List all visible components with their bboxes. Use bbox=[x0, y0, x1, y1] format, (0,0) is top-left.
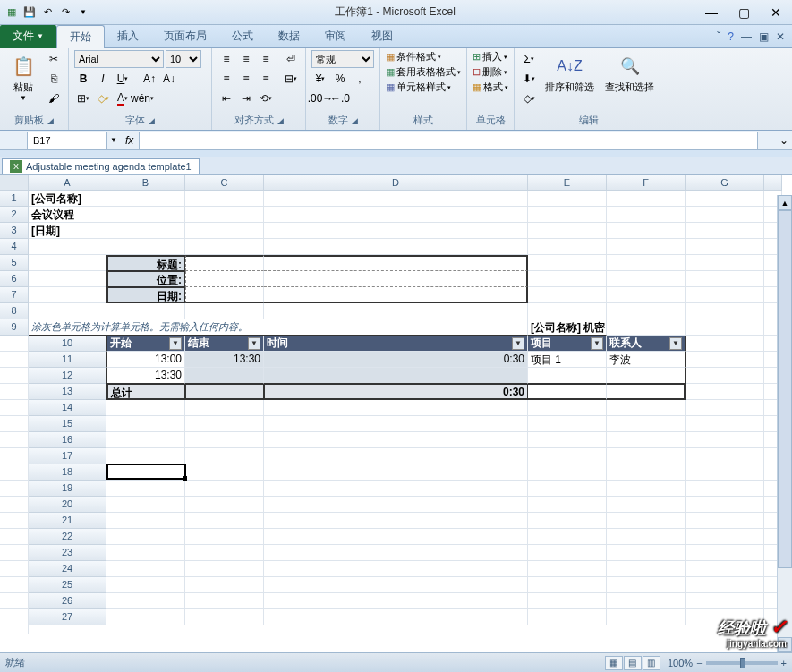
row-header[interactable]: 24 bbox=[29, 561, 106, 577]
cell[interactable] bbox=[264, 545, 528, 561]
shrink-font-button[interactable]: A↓ bbox=[160, 70, 178, 88]
cell[interactable] bbox=[264, 432, 528, 448]
cell[interactable] bbox=[264, 448, 528, 464]
cell[interactable] bbox=[0, 497, 29, 513]
cell[interactable] bbox=[686, 561, 764, 577]
expand-formula-icon[interactable]: ⌄ bbox=[776, 134, 792, 147]
cell[interactable] bbox=[106, 464, 185, 481]
cell[interactable] bbox=[528, 416, 607, 432]
cell[interactable] bbox=[185, 255, 264, 271]
cell[interactable] bbox=[106, 497, 185, 513]
font-name-select[interactable]: Arial bbox=[74, 50, 164, 68]
align-bottom-button[interactable]: ≡ bbox=[257, 50, 275, 68]
cell[interactable]: [公司名称] bbox=[29, 191, 106, 207]
row-header[interactable]: 6 bbox=[0, 271, 29, 287]
cell[interactable] bbox=[0, 625, 29, 634]
cell[interactable] bbox=[264, 255, 528, 271]
cell[interactable] bbox=[264, 577, 528, 593]
layout-tab[interactable]: 页面布局 bbox=[151, 25, 219, 47]
cell[interactable] bbox=[185, 416, 264, 432]
cell[interactable] bbox=[185, 464, 264, 481]
cell[interactable] bbox=[0, 545, 29, 561]
cell[interactable] bbox=[185, 481, 264, 497]
help-icon[interactable]: ? bbox=[728, 30, 734, 43]
cell[interactable] bbox=[106, 561, 185, 577]
cell[interactable] bbox=[528, 287, 607, 303]
fill-button[interactable]: ⬇▾ bbox=[520, 70, 538, 88]
cell[interactable] bbox=[185, 271, 264, 287]
cell[interactable] bbox=[528, 464, 607, 481]
border-button[interactable]: ⊞▾ bbox=[74, 89, 92, 107]
row-header[interactable]: 15 bbox=[29, 416, 106, 432]
cell[interactable] bbox=[528, 545, 607, 561]
find-select-button[interactable]: 🔍 查找和选择 bbox=[601, 50, 658, 96]
cell[interactable] bbox=[607, 191, 686, 207]
view-tab[interactable]: 视图 bbox=[359, 25, 405, 47]
cell[interactable] bbox=[106, 207, 185, 223]
cell[interactable] bbox=[106, 545, 185, 561]
cell[interactable] bbox=[0, 609, 29, 625]
col-header[interactable]: C bbox=[185, 175, 264, 191]
cell[interactable] bbox=[106, 223, 185, 239]
row-header[interactable]: 14 bbox=[29, 400, 106, 416]
cell[interactable] bbox=[686, 223, 764, 239]
row-header[interactable]: 18 bbox=[29, 464, 106, 481]
zoom-level[interactable]: 100% bbox=[668, 658, 693, 668]
align-top-button[interactable]: ≡ bbox=[217, 50, 235, 68]
cell[interactable] bbox=[264, 481, 528, 497]
cell[interactable] bbox=[686, 255, 764, 271]
phonetic-button[interactable]: wén▾ bbox=[133, 89, 151, 107]
namebox-dropdown-icon[interactable]: ▼ bbox=[107, 136, 120, 144]
delete-cells-button[interactable]: ⊟ 删除 ▾ bbox=[473, 65, 507, 79]
filter-icon[interactable]: ▼ bbox=[169, 337, 182, 350]
cell[interactable] bbox=[106, 513, 185, 529]
cell[interactable] bbox=[607, 416, 686, 432]
format-painter-icon[interactable]: 🖌 bbox=[45, 89, 63, 107]
cell[interactable] bbox=[607, 223, 686, 239]
cell[interactable] bbox=[106, 303, 185, 319]
data-tab[interactable]: 数据 bbox=[266, 25, 312, 47]
cell[interactable]: 联系人▼ bbox=[607, 336, 686, 352]
cell[interactable] bbox=[686, 416, 764, 432]
cell[interactable] bbox=[185, 239, 264, 255]
row-header[interactable]: 22 bbox=[29, 529, 106, 545]
cell[interactable] bbox=[185, 529, 264, 545]
cell[interactable] bbox=[686, 271, 764, 287]
orientation-button[interactable]: ⟲▾ bbox=[257, 89, 275, 107]
cell[interactable] bbox=[106, 577, 185, 593]
cell[interactable] bbox=[185, 561, 264, 577]
cell[interactable] bbox=[528, 400, 607, 416]
cell[interactable] bbox=[686, 400, 764, 416]
cell[interactable] bbox=[264, 239, 528, 255]
cell[interactable] bbox=[0, 352, 29, 368]
cell[interactable] bbox=[185, 303, 264, 319]
zoom-out-button[interactable]: − bbox=[696, 658, 702, 668]
cell[interactable] bbox=[264, 593, 528, 609]
cell[interactable] bbox=[0, 448, 29, 464]
cell[interactable] bbox=[264, 497, 528, 513]
cell[interactable] bbox=[686, 545, 764, 561]
row-header[interactable]: 11 bbox=[29, 352, 106, 368]
row-header[interactable]: 1 bbox=[0, 191, 29, 207]
cell[interactable] bbox=[607, 529, 686, 545]
row-header[interactable]: 17 bbox=[29, 448, 106, 464]
cell[interactable] bbox=[106, 609, 185, 625]
cell[interactable] bbox=[0, 593, 29, 609]
cell[interactable] bbox=[607, 448, 686, 464]
cell[interactable]: 结束▼ bbox=[185, 336, 264, 352]
cell[interactable] bbox=[607, 287, 686, 303]
file-tab[interactable]: 文件 ▼ bbox=[0, 25, 56, 48]
cell[interactable] bbox=[0, 416, 29, 432]
cell[interactable] bbox=[0, 481, 29, 497]
cell[interactable] bbox=[686, 448, 764, 464]
cell[interactable] bbox=[528, 481, 607, 497]
page-layout-view-button[interactable]: ▤ bbox=[624, 656, 642, 670]
cell[interactable] bbox=[686, 191, 764, 207]
cell[interactable] bbox=[0, 513, 29, 529]
cell[interactable] bbox=[106, 448, 185, 464]
cell[interactable]: 项目▼ bbox=[528, 336, 607, 352]
cell[interactable] bbox=[686, 481, 764, 497]
bold-button[interactable]: B bbox=[74, 70, 92, 88]
cell[interactable] bbox=[0, 368, 29, 384]
sheet-restore-icon[interactable]: ▣ bbox=[759, 30, 769, 43]
